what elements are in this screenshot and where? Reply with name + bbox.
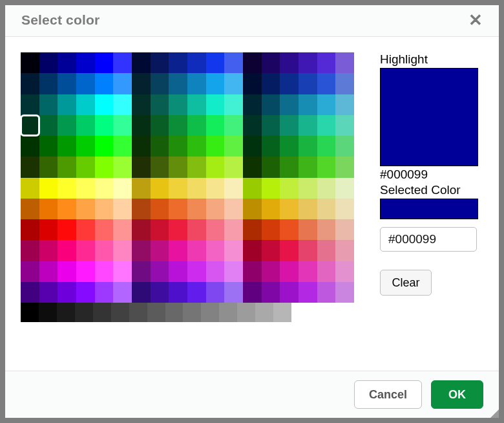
color-swatch[interactable]: [58, 52, 76, 73]
gray-swatch[interactable]: [39, 303, 57, 322]
color-swatch[interactable]: [21, 282, 39, 303]
color-swatch[interactable]: [317, 157, 336, 177]
color-swatch[interactable]: [169, 261, 187, 282]
color-swatch[interactable]: [151, 115, 169, 136]
color-swatch[interactable]: [335, 73, 354, 94]
color-swatch[interactable]: [132, 52, 151, 73]
color-swatch[interactable]: [280, 157, 299, 177]
color-swatch[interactable]: [21, 157, 39, 177]
color-swatch[interactable]: [113, 178, 132, 199]
color-swatch[interactable]: [132, 94, 151, 115]
color-swatch[interactable]: [76, 240, 95, 261]
color-swatch[interactable]: [187, 157, 206, 177]
color-swatch[interactable]: [151, 261, 169, 282]
color-swatch[interactable]: [206, 94, 225, 115]
gray-swatch[interactable]: [147, 303, 165, 322]
color-swatch[interactable]: [224, 136, 243, 157]
cancel-button[interactable]: Cancel: [354, 380, 422, 409]
color-swatch[interactable]: [76, 199, 95, 219]
color-swatch[interactable]: [21, 199, 39, 219]
color-swatch[interactable]: [206, 240, 225, 261]
color-swatch[interactable]: [113, 136, 132, 157]
color-swatch[interactable]: [335, 240, 354, 261]
color-swatch[interactable]: [243, 73, 262, 94]
color-swatch[interactable]: [224, 73, 243, 94]
color-swatch[interactable]: [335, 157, 354, 177]
color-swatch[interactable]: [39, 73, 58, 94]
color-swatch[interactable]: [262, 219, 280, 240]
color-swatch[interactable]: [317, 94, 336, 115]
color-swatch[interactable]: [187, 178, 206, 199]
color-swatch[interactable]: [187, 73, 206, 94]
gray-swatch[interactable]: [183, 303, 201, 322]
color-swatch[interactable]: [113, 282, 132, 303]
color-swatch[interactable]: [39, 157, 58, 177]
color-swatch[interactable]: [39, 136, 58, 157]
color-swatch[interactable]: [187, 199, 206, 219]
color-swatch[interactable]: [58, 199, 76, 219]
color-swatch[interactable]: [335, 178, 354, 199]
color-swatch[interactable]: [280, 282, 299, 303]
color-swatch[interactable]: [76, 157, 95, 177]
color-swatch[interactable]: [187, 52, 206, 73]
color-swatch[interactable]: [317, 199, 336, 219]
color-swatch[interactable]: [132, 178, 151, 199]
color-swatch[interactable]: [224, 199, 243, 219]
color-swatch[interactable]: [95, 178, 114, 199]
color-swatch[interactable]: [299, 219, 317, 240]
color-swatch[interactable]: [113, 73, 132, 94]
color-swatch[interactable]: [280, 52, 299, 73]
color-swatch[interactable]: [317, 219, 336, 240]
color-swatch[interactable]: [262, 157, 280, 177]
color-swatch[interactable]: [39, 94, 58, 115]
color-swatch[interactable]: [243, 94, 262, 115]
color-swatch[interactable]: [280, 73, 299, 94]
color-swatch[interactable]: [187, 115, 206, 136]
color-swatch[interactable]: [262, 178, 280, 199]
color-swatch[interactable]: [317, 261, 336, 282]
color-swatch[interactable]: [39, 219, 58, 240]
color-swatch[interactable]: [132, 240, 151, 261]
clear-button[interactable]: Clear: [380, 270, 432, 296]
color-swatch[interactable]: [169, 282, 187, 303]
color-swatch[interactable]: [21, 94, 39, 115]
color-swatch[interactable]: [58, 219, 76, 240]
color-swatch[interactable]: [262, 199, 280, 219]
color-swatch[interactable]: [113, 157, 132, 177]
color-swatch[interactable]: [76, 94, 95, 115]
color-swatch[interactable]: [169, 52, 187, 73]
color-swatch[interactable]: [224, 240, 243, 261]
color-swatch[interactable]: [280, 178, 299, 199]
color-swatch[interactable]: [39, 178, 58, 199]
color-swatch[interactable]: [299, 73, 317, 94]
color-swatch[interactable]: [132, 157, 151, 177]
color-swatch[interactable]: [187, 219, 206, 240]
color-swatch[interactable]: [243, 282, 262, 303]
color-swatch[interactable]: [243, 157, 262, 177]
color-swatch[interactable]: [151, 219, 169, 240]
color-swatch[interactable]: [169, 115, 187, 136]
color-swatch[interactable]: [95, 73, 114, 94]
color-swatch[interactable]: [280, 94, 299, 115]
color-swatch[interactable]: [132, 136, 151, 157]
color-swatch[interactable]: [317, 240, 336, 261]
color-swatch[interactable]: [335, 52, 354, 73]
color-swatch[interactable]: [151, 199, 169, 219]
color-swatch[interactable]: [317, 115, 336, 136]
color-swatch[interactable]: [21, 115, 39, 136]
color-swatch[interactable]: [243, 136, 262, 157]
color-swatch[interactable]: [206, 178, 225, 199]
color-swatch[interactable]: [95, 282, 114, 303]
color-swatch[interactable]: [76, 136, 95, 157]
color-swatch[interactable]: [151, 282, 169, 303]
gray-strip[interactable]: [21, 303, 291, 322]
color-swatch[interactable]: [187, 282, 206, 303]
color-swatch[interactable]: [39, 261, 58, 282]
color-swatch[interactable]: [58, 261, 76, 282]
color-swatch[interactable]: [262, 240, 280, 261]
palette-grid[interactable]: [21, 52, 354, 303]
color-swatch[interactable]: [76, 282, 95, 303]
color-swatch[interactable]: [169, 240, 187, 261]
resize-grip-icon[interactable]: [490, 409, 499, 418]
color-swatch[interactable]: [224, 178, 243, 199]
